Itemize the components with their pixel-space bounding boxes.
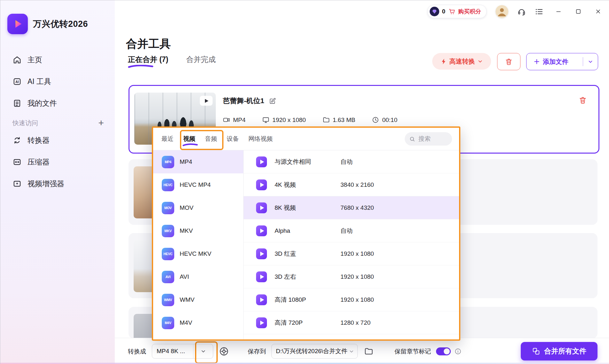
quick-access-header: 快速访问 + bbox=[12, 117, 104, 129]
clear-list-button[interactable] bbox=[497, 53, 520, 70]
buy-credits-label: 购买积分 bbox=[458, 8, 481, 15]
video-play-icon bbox=[256, 294, 267, 305]
maximize-button[interactable] bbox=[575, 8, 582, 15]
format-option-mkv[interactable]: MKV MKV bbox=[153, 219, 243, 242]
format-category-tabs: 最近 视频 音频 设备 网络视频 bbox=[161, 135, 273, 143]
tab-audio[interactable]: 音频 bbox=[205, 135, 217, 143]
cart-icon bbox=[449, 8, 456, 15]
sidebar-item-ai-tools[interactable]: AI AI 工具 bbox=[0, 71, 115, 92]
format-option-wmv[interactable]: WMV WMV bbox=[153, 288, 243, 311]
add-files-label: 添加文件 bbox=[543, 57, 568, 66]
resolution-option-4k[interactable]: 4K 视频 3840 x 2160 bbox=[244, 173, 459, 196]
resolution-option-alpha[interactable]: Alpha 自动 bbox=[244, 219, 459, 242]
sidebar: 万兴优转2026 主页 AI AI 工具 我的文件 快速访问 + 转换器 bbox=[0, 0, 115, 364]
output-format-select[interactable]: MP4 8K ... bbox=[152, 344, 213, 359]
resolution-option-3d-anaglyph[interactable]: 3D 红蓝 1920 x 1080 bbox=[244, 242, 459, 265]
mov-format-icon: MOV bbox=[162, 202, 174, 214]
file-format: MP4 bbox=[223, 116, 246, 124]
tab-video[interactable]: 视频 bbox=[183, 135, 195, 143]
resolution-option-hd-1080p[interactable]: 高清 1080P 1920 x 1080 bbox=[244, 288, 459, 311]
video-play-icon bbox=[256, 225, 267, 236]
clock-icon bbox=[372, 116, 379, 124]
keep-chapter-toggle[interactable] bbox=[436, 347, 451, 355]
video-play-icon bbox=[256, 248, 267, 259]
rename-edit-icon[interactable] bbox=[269, 97, 276, 105]
support-headset-icon[interactable] bbox=[517, 7, 526, 16]
quick-access-label: 快速访问 bbox=[12, 119, 38, 127]
resolution-option-8k[interactable]: 8K 视频 7680 x 4320 bbox=[244, 196, 459, 219]
toggle-knob bbox=[444, 348, 450, 354]
remove-file-button[interactable] bbox=[579, 96, 587, 104]
format-option-avi[interactable]: AVI AVI bbox=[153, 265, 243, 288]
format-option-hevc-mkv[interactable]: HEVC HEVC MKV bbox=[153, 242, 243, 265]
home-icon bbox=[12, 55, 22, 64]
sidebar-item-my-files[interactable]: 我的文件 bbox=[0, 92, 115, 114]
format-label: AVI bbox=[180, 273, 189, 280]
format-panel-header: 最近 视频 音频 设备 网络视频 bbox=[153, 128, 459, 150]
tab-web-video[interactable]: 网络视频 bbox=[248, 135, 273, 143]
browse-folder-button[interactable] bbox=[364, 347, 373, 356]
minimize-button[interactable] bbox=[555, 8, 562, 15]
format-label: MOV bbox=[180, 204, 193, 211]
sidebar-item-home[interactable]: 主页 bbox=[0, 49, 115, 71]
app-title: 万兴优转2026 bbox=[33, 18, 88, 30]
tab-merge-complete[interactable]: 合并完成 bbox=[186, 55, 216, 64]
resolution-option-same-as-source[interactable]: 与源文件相同 自动 bbox=[244, 150, 459, 173]
tab-device[interactable]: 设备 bbox=[227, 135, 239, 143]
video-play-icon bbox=[256, 179, 267, 190]
format-label: WMV bbox=[180, 296, 194, 303]
highspeed-convert-button[interactable]: 高速转换 bbox=[432, 53, 491, 70]
search-input[interactable] bbox=[418, 135, 447, 143]
mp4-format-icon: MP4 bbox=[162, 156, 174, 168]
resolution-option-hd-720p[interactable]: 高清 720P 1280 x 720 bbox=[244, 311, 459, 334]
resolution-value: 3840 x 2160 bbox=[340, 181, 374, 188]
highspeed-label: 高速转换 bbox=[449, 57, 475, 66]
document-icon bbox=[12, 99, 22, 108]
info-icon[interactable] bbox=[454, 348, 462, 355]
format-panel-body: MP4 MP4 HEVC HEVC MP4 MOV MOV MKV MKV HE… bbox=[153, 150, 459, 339]
credits-gem-icon bbox=[430, 7, 439, 16]
format-option-mp4[interactable]: MP4 MP4 bbox=[153, 150, 243, 173]
search-icon bbox=[409, 136, 415, 142]
format-option-mov[interactable]: MOV MOV bbox=[153, 196, 243, 219]
sidebar-tools-nav: 转换器 压缩器 视频增强器 bbox=[0, 129, 115, 194]
converter-icon bbox=[12, 136, 22, 145]
tab-recent[interactable]: 最近 bbox=[161, 135, 174, 143]
file-meta: MP4 1920 x 1080 1.63 MB 00:10 bbox=[223, 116, 570, 124]
credits-pill[interactable]: 0 购买积分 bbox=[427, 5, 487, 18]
add-files-dropdown-button[interactable] bbox=[583, 59, 598, 64]
resolution-value: 自动 bbox=[340, 227, 353, 235]
lightning-icon bbox=[441, 58, 447, 65]
plus-icon bbox=[534, 58, 540, 65]
app-logo-icon bbox=[7, 14, 28, 34]
tab-merging[interactable]: 正在合并 (7) bbox=[128, 55, 168, 64]
avatar[interactable] bbox=[496, 5, 508, 18]
video-play-icon bbox=[256, 202, 267, 213]
app-logo: 万兴优转2026 bbox=[7, 14, 88, 34]
resolution-option-3d-sbs[interactable]: 3D 左右 1920 x 1080 bbox=[244, 265, 459, 288]
sidebar-item-video-enhancer[interactable]: 视频增强器 bbox=[0, 173, 115, 194]
task-list-icon[interactable] bbox=[535, 7, 543, 16]
sidebar-item-label: 我的文件 bbox=[27, 98, 57, 108]
save-path-select[interactable]: D:\万兴优转2026\合并文件 bbox=[271, 344, 358, 359]
trash-icon bbox=[505, 58, 513, 66]
play-icon[interactable] bbox=[200, 96, 213, 106]
add-quick-access-button[interactable]: + bbox=[98, 118, 104, 128]
file-size-value: 1.63 MB bbox=[333, 117, 355, 124]
merge-all-files-button[interactable]: 合并所有文件 bbox=[521, 342, 597, 360]
format-option-m4v[interactable]: M4V M4V bbox=[153, 311, 243, 334]
resolution-name: 8K 视频 bbox=[275, 204, 340, 212]
video-play-icon bbox=[256, 156, 267, 167]
format-option-hevc-mp4[interactable]: HEVC HEVC MP4 bbox=[153, 173, 243, 196]
resolution-name: 高清 720P bbox=[275, 319, 340, 327]
close-button[interactable] bbox=[595, 8, 602, 15]
sidebar-item-converter[interactable]: 转换器 bbox=[0, 129, 115, 151]
m4v-format-icon: M4V bbox=[162, 317, 174, 329]
add-files-button[interactable]: 添加文件 bbox=[526, 53, 598, 70]
output-format-dropdown-button[interactable] bbox=[193, 348, 213, 354]
sidebar-item-compressor[interactable]: 压缩器 bbox=[0, 151, 115, 173]
file-duration: 00:10 bbox=[372, 116, 397, 124]
output-settings-button[interactable] bbox=[219, 346, 229, 356]
format-label: HEVC MP4 bbox=[180, 181, 211, 188]
format-search[interactable] bbox=[405, 132, 452, 146]
